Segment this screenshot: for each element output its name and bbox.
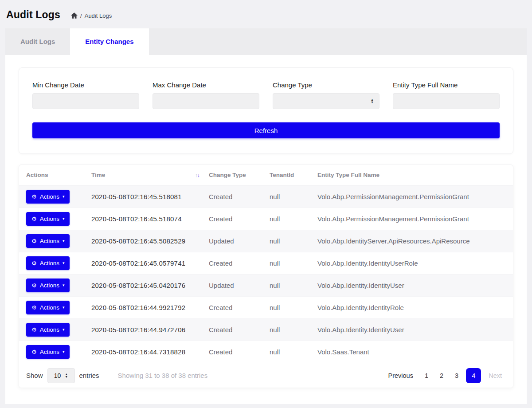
table-row: ⚙Actions▾ 2020-05-08T02:16:45.0420176 Up… (19, 274, 513, 296)
select-arrows-icon: ▲ ▼ (371, 98, 374, 104)
breadcrumb: / Audit Logs (71, 12, 112, 19)
tab-audit-logs[interactable]: Audit Logs (5, 28, 70, 55)
cell-entity-type-full-name: Volo.Abp.IdentityServer.ApiResources.Api… (317, 230, 513, 252)
caret-down-icon: ▾ (63, 306, 65, 310)
field-min-change-date: Min Change Date (32, 81, 139, 109)
cell-tenant-id: null (270, 230, 317, 252)
table-row: ⚙Actions▾ 2020-05-08T02:16:45.0579741 Cr… (19, 252, 513, 274)
pagination-previous[interactable]: Previous (384, 369, 417, 382)
row-actions-button[interactable]: ⚙Actions▾ (26, 279, 70, 292)
cell-time: 2020-05-08T02:16:45.518081 (91, 185, 209, 208)
cell-time: 2020-05-08T02:16:45.0579741 (91, 252, 209, 274)
cell-change-type: Created (209, 252, 270, 274)
column-header-change-type: Change Type (209, 165, 270, 185)
row-actions-button[interactable]: ⚙Actions▾ (26, 345, 70, 359)
row-actions-button[interactable]: ⚙Actions▾ (26, 190, 70, 204)
tab-content: Min Change Date Max Change Date Change T… (5, 55, 527, 404)
cell-tenant-id: null (270, 318, 317, 341)
pagination-page-2[interactable]: 2 (436, 369, 447, 382)
row-actions-button[interactable]: ⚙Actions▾ (26, 323, 70, 337)
breadcrumb-separator: / (80, 12, 82, 19)
page-header: Audit Logs / Audit Logs (0, 0, 532, 28)
table-header-row: Actions Time ↑↓ Change Type TenantId Ent… (19, 165, 513, 185)
entries-summary: Showing 31 to 38 of 38 entries (118, 372, 208, 379)
cell-time: 2020-05-08T02:16:45.5082529 (91, 230, 209, 252)
entity-type-full-name-input[interactable] (393, 93, 500, 109)
table-row: ⚙Actions▾ 2020-05-08T02:16:45.518081 Cre… (19, 185, 513, 208)
cell-change-type: Created (209, 341, 270, 363)
table-footer: Show 10 ▲ ▼ entries Showing 31 to 38 of … (19, 363, 513, 388)
max-change-date-label: Max Change Date (153, 81, 259, 89)
tab-strip: Audit Logs Entity Changes (5, 28, 527, 55)
cell-time: 2020-05-08T02:16:44.9921792 (91, 296, 209, 318)
caret-down-icon: ▾ (63, 195, 65, 199)
cell-time: 2020-05-08T02:16:44.7318828 (91, 341, 209, 363)
cell-time: 2020-05-08T02:16:45.0420176 (91, 274, 209, 296)
min-change-date-input[interactable] (32, 93, 139, 109)
row-actions-button[interactable]: ⚙Actions▾ (26, 234, 70, 248)
pagination-page-1[interactable]: 1 (421, 369, 432, 382)
table-row: ⚙Actions▾ 2020-05-08T02:16:44.9921792 Cr… (19, 296, 513, 318)
filter-grid: Min Change Date Max Change Date Change T… (32, 81, 500, 109)
column-header-time[interactable]: Time ↑↓ (91, 165, 209, 185)
show-label: Show (26, 372, 43, 379)
pagination-page-4[interactable]: 4 (466, 368, 481, 383)
pagination-next[interactable]: Next (485, 369, 506, 382)
main-panel: Audit Logs Entity Changes Min Change Dat… (5, 28, 527, 404)
home-icon[interactable] (71, 12, 78, 19)
gear-icon: ⚙ (31, 327, 37, 333)
cell-tenant-id: null (270, 341, 317, 363)
row-actions-button[interactable]: ⚙Actions▾ (26, 212, 70, 226)
cell-entity-type-full-name: Volo.Abp.Identity.IdentityUser (317, 274, 513, 296)
gear-icon: ⚙ (31, 282, 37, 288)
table-row: ⚙Actions▾ 2020-05-08T02:16:45.518074 Cre… (19, 208, 513, 230)
field-change-type: Change Type ▲ ▼ (273, 81, 379, 109)
caret-down-icon: ▾ (63, 261, 65, 265)
entity-type-full-name-label: Entity Type Full Name (393, 81, 500, 89)
change-type-label: Change Type (273, 81, 379, 89)
field-max-change-date: Max Change Date (153, 81, 259, 109)
gear-icon: ⚙ (31, 260, 37, 266)
row-actions-button[interactable]: ⚙Actions▾ (26, 301, 70, 314)
refresh-button[interactable]: Refresh (32, 122, 500, 138)
max-change-date-input[interactable] (153, 93, 259, 109)
caret-down-icon: ▾ (63, 350, 65, 354)
cell-tenant-id: null (270, 185, 317, 208)
cell-entity-type-full-name: Volo.Abp.PermissionManagement.Permission… (317, 185, 513, 208)
cell-time: 2020-05-08T02:16:44.9472706 (91, 318, 209, 341)
field-entity-type-full-name: Entity Type Full Name (393, 81, 500, 109)
cell-tenant-id: null (270, 274, 317, 296)
cell-change-type: Created (209, 296, 270, 318)
entity-changes-table-card: Actions Time ↑↓ Change Type TenantId Ent… (19, 165, 513, 388)
breadcrumb-current: Audit Logs (85, 12, 112, 19)
row-actions-button[interactable]: ⚙Actions▾ (26, 256, 70, 270)
gear-icon: ⚙ (31, 216, 37, 222)
min-change-date-label: Min Change Date (32, 81, 139, 89)
cell-change-type: Updated (209, 230, 270, 252)
table-row: ⚙Actions▾ 2020-05-08T02:16:44.9472706 Cr… (19, 318, 513, 341)
cell-change-type: Updated (209, 274, 270, 296)
select-arrows-icon: ▲ ▼ (65, 373, 68, 378)
gear-icon: ⚙ (31, 349, 37, 355)
cell-tenant-id: null (270, 208, 317, 230)
page-size-select[interactable]: 10 ▲ ▼ (47, 368, 75, 383)
gear-icon: ⚙ (31, 305, 37, 310)
column-header-actions: Actions (19, 165, 91, 185)
page-title: Audit Logs (6, 9, 60, 21)
sort-icon[interactable]: ↑↓ (195, 172, 199, 178)
cell-tenant-id: null (270, 252, 317, 274)
cell-entity-type-full-name: Volo.Abp.Identity.IdentityUserRole (317, 252, 513, 274)
pagination: Previous 1 2 3 4 Next (384, 368, 506, 383)
cell-entity-type-full-name: Volo.Abp.Identity.IdentityUser (317, 318, 513, 341)
entries-label: entries (79, 372, 99, 379)
cell-change-type: Created (209, 208, 270, 230)
entity-changes-table: Actions Time ↑↓ Change Type TenantId Ent… (19, 165, 513, 363)
tab-entity-changes[interactable]: Entity Changes (70, 28, 149, 55)
pagination-page-3[interactable]: 3 (451, 369, 462, 382)
change-type-select[interactable]: ▲ ▼ (273, 93, 379, 109)
cell-entity-type-full-name: Volo.Saas.Tenant (317, 341, 513, 363)
cell-entity-type-full-name: Volo.Abp.PermissionManagement.Permission… (317, 208, 513, 230)
filter-card: Min Change Date Max Change Date Change T… (19, 67, 513, 154)
cell-entity-type-full-name: Volo.Abp.Identity.IdentityRole (317, 296, 513, 318)
cell-change-type: Created (209, 318, 270, 341)
